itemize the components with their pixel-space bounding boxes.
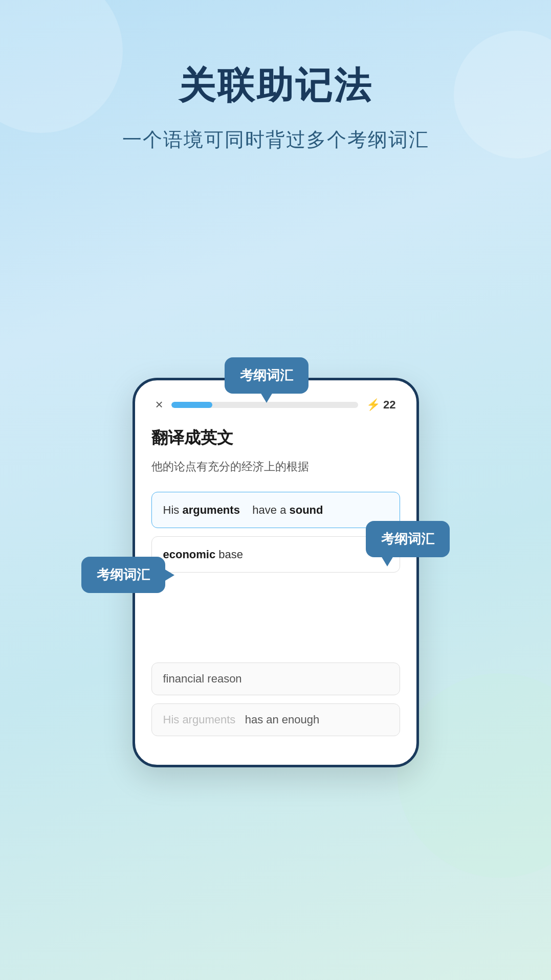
lightning-icon: ⚡ (366, 398, 380, 412)
tooltip-1: 考纲词汇 (225, 357, 308, 394)
answer-1-middle: have a (240, 504, 290, 516)
progress-row: × ⚡ 22 (151, 397, 400, 413)
bottom-option-1-text: financial reason (163, 672, 242, 685)
tooltip-3: 考纲词汇 (81, 557, 165, 593)
gap-area (151, 581, 400, 663)
phone-frame: × ⚡ 22 翻译成英文 他的论点有充分的经济上的根据 His argument… (133, 378, 419, 767)
answer-1-bold-1: arguments (182, 504, 239, 516)
bottom-options: financial reason His arguments has an en… (135, 663, 416, 765)
answer-2-suffix: base (215, 548, 243, 561)
question-label: 翻译成英文 (151, 427, 400, 449)
bottom-option-2[interactable]: His arguments has an enough (151, 703, 400, 736)
answer-1-bold-2: sound (290, 504, 323, 516)
bottom-option-1[interactable]: financial reason (151, 663, 400, 695)
question-text: 他的论点有充分的经济上的根据 (151, 458, 400, 475)
score-badge: ⚡ 22 (366, 398, 395, 412)
bottom-option-2-partial: His arguments (163, 713, 245, 726)
progress-bar-fill (171, 402, 212, 408)
phone-mockup: 考纲词汇 考纲词汇 考纲词汇 × ⚡ 22 翻译成英文 他的论点有充分的经济上的… (133, 378, 419, 767)
close-button[interactable]: × (156, 397, 163, 413)
decorative-blob-1 (0, 0, 123, 133)
score-value: 22 (383, 398, 395, 412)
decorative-blob-3 (398, 673, 551, 878)
answer-1-prefix: His (163, 504, 183, 516)
tooltip-2: 考纲词汇 (366, 521, 450, 557)
bottom-option-2-main: has an enough (245, 713, 320, 726)
answer-2-bold: economic (163, 548, 216, 561)
answer-option-1[interactable]: His arguments have a sound (151, 492, 400, 528)
answer-option-2[interactable]: economic base (151, 536, 400, 573)
